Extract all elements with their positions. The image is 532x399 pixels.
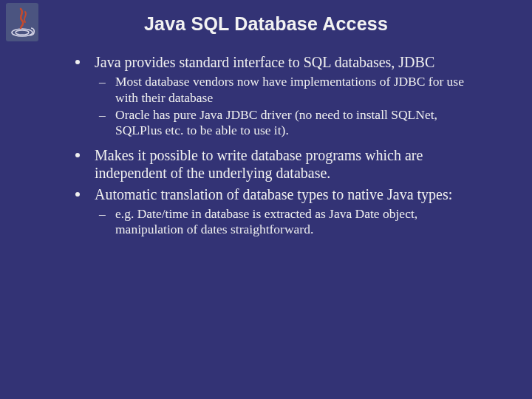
sub-bullet-text: Oracle has pure Java JDBC driver (no nee…: [115, 107, 437, 137]
bullet-icon: [75, 192, 80, 197]
body-content: Java provides standard interface to SQL …: [72, 53, 471, 245]
bullet-3-sub: – e.g. Date/time in database is extracte…: [95, 206, 471, 238]
dash-icon: –: [99, 107, 106, 123]
slide-title: Java SQL Database Access: [0, 13, 532, 35]
dash-icon: –: [99, 74, 106, 89]
sub-bullet: – e.g. Date/time in database is extracte…: [95, 206, 471, 238]
bullet-text: Makes it possible to write database prog…: [95, 147, 423, 181]
sub-bullet: – Most database vendors now have impleme…: [95, 74, 471, 106]
sub-bullet: – Oracle has pure Java JDBC driver (no n…: [95, 107, 471, 139]
bullet-text: Automatic translation of database types …: [95, 186, 452, 202]
dash-icon: –: [99, 206, 106, 222]
slide: Java SQL Database Access Java provides s…: [0, 0, 532, 399]
bullet-3: Automatic translation of database types …: [72, 185, 471, 203]
bullet-1-sub: – Most database vendors now have impleme…: [95, 74, 471, 138]
bullet-2: Makes it possible to write database prog…: [72, 146, 471, 183]
bullet-icon: [75, 60, 80, 64]
bullet-icon: [75, 153, 80, 157]
sub-bullet-text: e.g. Date/time in database is extracted …: [115, 206, 417, 236]
bullet-text: Java provides standard interface to SQL …: [95, 54, 434, 70]
sub-bullet-text: Most database vendors now have implement…: [115, 74, 464, 104]
bullet-1: Java provides standard interface to SQL …: [72, 53, 471, 71]
